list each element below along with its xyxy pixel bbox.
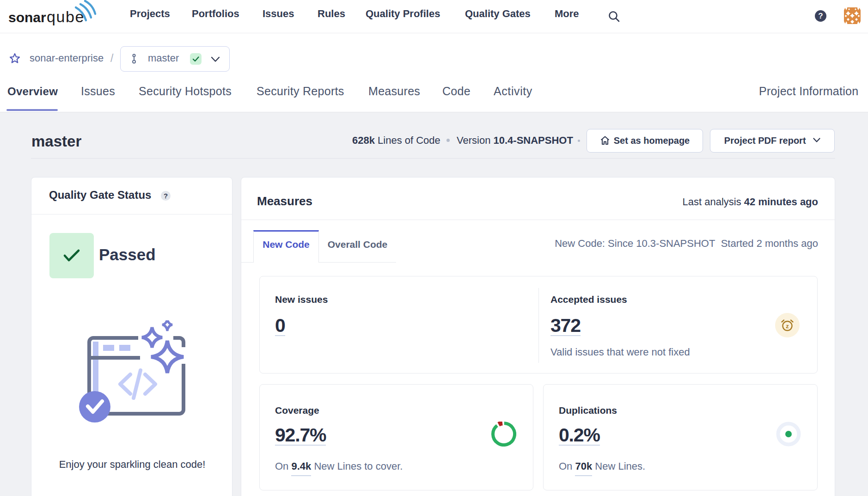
svg-text:z: z: [786, 323, 789, 330]
svg-text:sonar: sonar: [8, 10, 46, 25]
